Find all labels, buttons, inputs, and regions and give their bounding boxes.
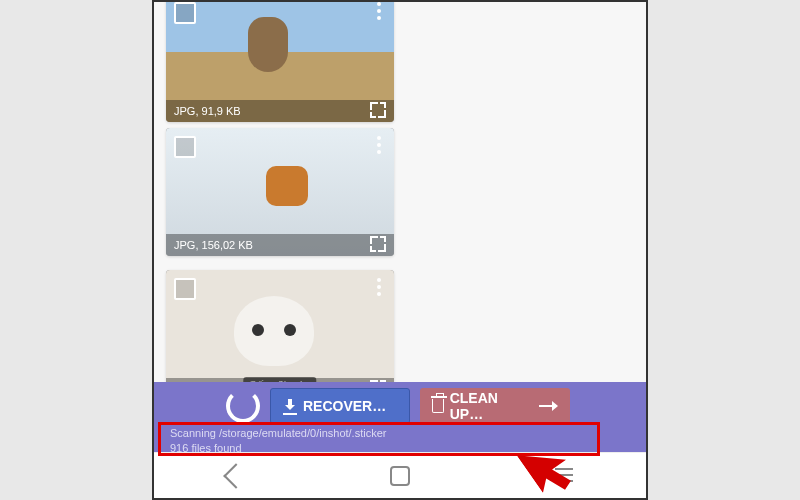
arrow-right-icon [539,400,558,412]
action-row: RECOVER… CLEAN UP… [154,382,646,424]
download-icon [283,399,297,413]
recover-button[interactable]: RECOVER… [270,388,410,424]
trash-icon [432,399,444,413]
fullscreen-icon[interactable] [370,236,386,252]
photo-thumbnail[interactable]: Sốc vãi mèo JPG, 41,01 KB [166,270,394,400]
scanning-spinner-icon [226,389,260,423]
photo-thumbnail[interactable]: JPG, 156,02 KB [166,128,394,256]
more-options-icon[interactable] [370,136,388,154]
photo-thumbnail[interactable]: JPG, 91,9 KB [166,0,394,122]
phone-screen: JPG, 91,9 KB JPG, 156,02 KB [152,0,648,500]
file-size: 156,02 KB [202,239,253,251]
select-checkbox[interactable] [174,2,196,24]
file-format: JPG [174,239,195,251]
gallery-grid-container: JPG, 91,9 KB JPG, 156,02 KB [154,2,646,382]
file-size: 91,9 KB [202,105,241,117]
nav-back-icon[interactable] [223,463,248,488]
nav-home-icon[interactable] [390,466,410,486]
more-options-icon[interactable] [370,278,388,296]
recover-label: RECOVER… [303,398,386,414]
select-checkbox[interactable] [174,278,196,300]
file-info-bar: JPG, 91,9 KB [166,100,394,122]
select-checkbox[interactable] [174,136,196,158]
file-info-bar: JPG, 156,02 KB [166,234,394,256]
more-options-icon[interactable] [370,2,388,20]
cleanup-label: CLEAN UP… [450,390,533,422]
file-format: JPG [174,105,195,117]
fullscreen-icon[interactable] [370,102,386,118]
cleanup-button[interactable]: CLEAN UP… [420,388,570,424]
